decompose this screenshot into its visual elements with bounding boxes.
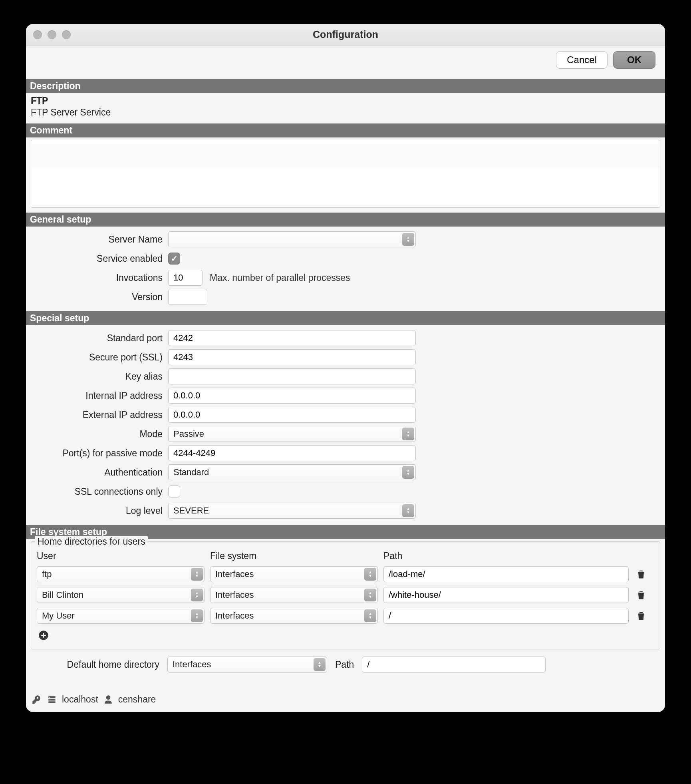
section-description: Description xyxy=(26,79,665,93)
fs-select[interactable]: Interfaces xyxy=(210,566,378,582)
server-name-label: Server Name xyxy=(31,234,163,245)
col-fs: File system xyxy=(210,551,378,561)
home-dirs-legend: Home directories for users xyxy=(35,536,148,547)
default-path-input[interactable] xyxy=(362,657,546,673)
auth-label: Authentication xyxy=(31,467,163,478)
table-row: ftp Interfaces xyxy=(37,564,654,585)
stepper-icon xyxy=(402,466,414,479)
trash-icon xyxy=(635,569,647,580)
titlebar: Configuration xyxy=(26,24,665,46)
window-title: Configuration xyxy=(313,29,378,40)
key-alias-input[interactable] xyxy=(168,368,416,384)
close-dot-icon[interactable] xyxy=(33,30,42,39)
passive-ports-label: Port(s) for passive mode xyxy=(31,448,163,459)
home-dirs-fieldset: Home directories for users User File sys… xyxy=(31,541,660,649)
stepper-icon xyxy=(402,233,414,246)
user-icon xyxy=(103,694,113,705)
internal-ip-input[interactable] xyxy=(168,388,416,404)
server-icon xyxy=(47,694,57,705)
user-label: censhare xyxy=(118,694,156,705)
ok-button[interactable]: OK xyxy=(613,51,655,69)
delete-row-button[interactable] xyxy=(634,567,648,581)
section-comment: Comment xyxy=(26,123,665,137)
minimize-dot-icon[interactable] xyxy=(48,30,56,39)
external-ip-input[interactable] xyxy=(168,407,416,423)
service-enabled-checkbox[interactable] xyxy=(168,253,180,265)
cancel-button[interactable]: Cancel xyxy=(556,51,608,69)
service-enabled-label: Service enabled xyxy=(31,253,163,264)
window-controls xyxy=(33,30,71,39)
col-path: Path xyxy=(383,551,629,561)
internal-ip-label: Internal IP address xyxy=(31,390,163,401)
add-row-button[interactable] xyxy=(37,629,50,642)
mode-select[interactable]: Passive xyxy=(168,426,416,442)
trash-icon xyxy=(635,610,647,621)
secure-port-label: Secure port (SSL) xyxy=(31,352,163,363)
filesystem-section: Home directories for users User File sys… xyxy=(26,539,665,685)
status-bar: localhost censhare xyxy=(26,685,665,712)
path-input[interactable] xyxy=(383,608,629,624)
ssl-only-label: SSL connections only xyxy=(31,486,163,497)
invocations-label: Invocations xyxy=(31,273,163,283)
key-icon xyxy=(32,694,42,705)
server-name-select[interactable] xyxy=(168,231,416,247)
passive-ports-input[interactable] xyxy=(168,445,416,461)
section-special: Special setup xyxy=(26,311,665,325)
invocations-input[interactable] xyxy=(168,270,203,286)
ssl-only-checkbox[interactable] xyxy=(168,486,180,497)
plus-circle-icon xyxy=(38,630,49,641)
default-home-row: Default home directory Interfaces Path xyxy=(31,649,660,677)
auth-select[interactable]: Standard xyxy=(168,464,416,480)
host-label: localhost xyxy=(62,694,98,705)
stepper-icon xyxy=(402,428,414,440)
stepper-icon xyxy=(364,589,376,601)
stepper-icon xyxy=(191,568,203,581)
stepper-icon xyxy=(364,568,376,581)
trash-icon xyxy=(635,589,647,601)
zoom-dot-icon[interactable] xyxy=(62,30,71,39)
default-home-label: Default home directory xyxy=(36,659,159,670)
stepper-icon xyxy=(191,589,203,601)
col-user: User xyxy=(37,551,205,561)
description-title: FTP xyxy=(31,96,660,106)
special-form: Standard port Secure port (SSL) Key alia… xyxy=(26,325,665,525)
log-level-label: Log level xyxy=(31,505,163,516)
table-row: My User Interfaces xyxy=(37,605,654,626)
log-level-select[interactable]: SEVERE xyxy=(168,503,416,519)
path-input[interactable] xyxy=(383,566,629,582)
user-select[interactable]: ftp xyxy=(37,566,205,582)
section-general: General setup xyxy=(26,213,665,227)
config-window: Configuration Cancel OK Description FTP … xyxy=(26,24,665,712)
delete-row-button[interactable] xyxy=(634,609,648,623)
fs-select[interactable]: Interfaces xyxy=(210,608,378,624)
stepper-icon xyxy=(364,609,376,622)
user-select[interactable]: Bill Clinton xyxy=(37,587,205,603)
invocations-hint: Max. number of parallel processes xyxy=(210,273,350,283)
mode-label: Mode xyxy=(31,429,163,440)
delete-row-button[interactable] xyxy=(634,588,648,602)
default-fs-select[interactable]: Interfaces xyxy=(167,657,327,673)
version-input[interactable] xyxy=(168,289,207,305)
stepper-icon xyxy=(314,658,326,671)
path-input[interactable] xyxy=(383,587,629,603)
fs-select[interactable]: Interfaces xyxy=(210,587,378,603)
description-block: FTP FTP Server Service xyxy=(26,93,665,123)
standard-port-input[interactable] xyxy=(168,330,416,346)
description-subtitle: FTP Server Service xyxy=(31,107,660,118)
comment-textarea[interactable] xyxy=(31,140,660,208)
toolbar: Cancel OK xyxy=(26,46,665,79)
secure-port-input[interactable] xyxy=(168,349,416,365)
general-form: Server Name Service enabled Invocations … xyxy=(26,227,665,311)
stepper-icon xyxy=(402,504,414,517)
key-alias-label: Key alias xyxy=(31,371,163,382)
version-label: Version xyxy=(31,292,163,302)
standard-port-label: Standard port xyxy=(31,333,163,344)
user-select[interactable]: My User xyxy=(37,608,205,624)
default-path-label: Path xyxy=(335,659,354,670)
table-row: Bill Clinton Interfaces xyxy=(37,585,654,605)
stepper-icon xyxy=(191,609,203,622)
external-ip-label: External IP address xyxy=(31,410,163,420)
